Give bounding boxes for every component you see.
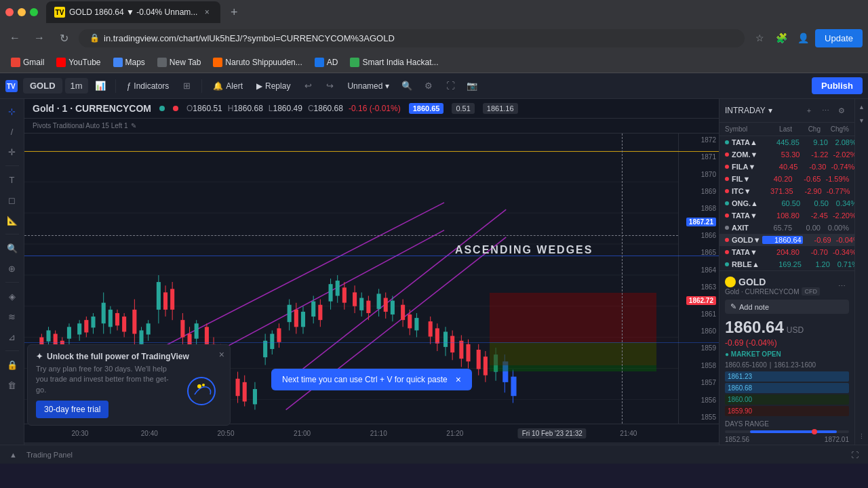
cursor-tool[interactable]: ⊹ (3, 102, 22, 121)
rp-title[interactable]: INTRADAY ▾ (725, 106, 772, 115)
dr-dot (812, 429, 817, 434)
trial-illustration (181, 371, 222, 411)
lock-icon[interactable]: 🔒 (3, 355, 22, 374)
watchlist-item-itc[interactable]: ITC▼ 371.35 -2.90 -0.77% (719, 185, 854, 197)
bookmark-naruto[interactable]: Naruto Shippuuden... (208, 55, 307, 70)
toast-close-btn[interactable]: × (456, 374, 461, 385)
gd-subtitle-text: Gold · CURRENCYCOM (725, 288, 799, 296)
price-display-row: 1860.64 USD (725, 318, 849, 337)
snapshot-icon[interactable]: 📷 (462, 77, 481, 96)
undo-icon[interactable]: ↩ (298, 77, 317, 96)
rp-more-icon[interactable]: ⋯ (818, 103, 833, 118)
gold-more-icon[interactable]: ⋯ (834, 279, 849, 293)
wi-symbol: ITC▼ (725, 187, 751, 195)
bookmark-smart[interactable]: Smart India Hackat... (344, 55, 443, 70)
draw-crosshair-icon[interactable]: ✛ (3, 142, 22, 161)
bookmark-gmail[interactable]: Gmail (5, 55, 50, 70)
watchlist-item-ong[interactable]: ONG.▲ 60.50 0.50 0.34% (719, 197, 854, 209)
wi-last: 40.45 (757, 163, 797, 171)
redo-icon[interactable]: ↪ (320, 77, 339, 96)
bookmark-ad[interactable]: AD (309, 55, 344, 70)
range-low-label: 1860.65-1600 (725, 361, 767, 369)
search-icon[interactable]: 🔍 (397, 77, 416, 96)
wi-chgp: 0.00% (822, 224, 849, 232)
watchlist-item-fila[interactable]: FILA▼ 40.45 -0.30 -0.74% (719, 161, 854, 173)
zoom-icon[interactable]: 🔍 (3, 239, 22, 258)
minimize-btn[interactable] (18, 8, 26, 16)
trial-content: Try any plan free for 30 days. We'll hel… (36, 364, 222, 418)
right-panel: INTRADAY ▾ + ⋯ ⚙ Symbol Last Chg Chg% TA… (719, 99, 854, 445)
watchlist-item-tata1[interactable]: TATA▲ 445.85 9.10 2.08% (719, 136, 854, 148)
replay-btn[interactable]: ▶ Replay (251, 79, 296, 94)
profile-icon[interactable]: 👤 (793, 28, 812, 47)
re-icon-2[interactable]: ▼ (856, 115, 867, 126)
rp-add-icon[interactable]: + (802, 103, 816, 118)
draw-line-icon[interactable]: / (3, 122, 22, 141)
watchlist-item-tata3[interactable]: TATA▼ 204.80 -0.70 -0.34% (719, 246, 854, 258)
publish-btn[interactable]: Publish (812, 77, 863, 94)
update-btn[interactable]: Update (815, 29, 863, 47)
indicator-edit-icon[interactable]: ✎ (131, 122, 136, 129)
bookmark-maps[interactable]: Maps (108, 55, 151, 70)
refresh-btn[interactable]: ↻ (54, 28, 73, 47)
trial-btn[interactable]: 30-day free trial (36, 401, 108, 418)
watchlist-item-rble[interactable]: RBLE▲ 169.25 1.20 0.71% (719, 258, 854, 270)
timeframe-selector[interactable]: 1m (65, 78, 88, 94)
svg-rect-110 (414, 318, 418, 330)
trash-icon[interactable]: 🗑 (3, 375, 22, 394)
shapes-icon[interactable]: ◻ (3, 190, 22, 209)
rp-settings-icon[interactable]: ⚙ (834, 103, 849, 118)
re-icon-3[interactable]: ⋮ (856, 431, 867, 442)
wi-chgp: 0.71% (831, 260, 854, 268)
fullscreen-icon[interactable]: ⛶ (441, 77, 460, 96)
watchlist-item-axit[interactable]: AXIT 65.75 0.00 0.00% (719, 222, 854, 234)
extensions-icon[interactable]: 🧩 (772, 28, 791, 47)
forward-btn[interactable]: → (30, 28, 49, 47)
alert-btn[interactable]: 🔔 Alert (208, 79, 248, 94)
close-btn[interactable] (5, 8, 14, 16)
wh-symbol: Symbol (725, 125, 750, 133)
re-icon-1[interactable]: ▲ (856, 102, 867, 113)
back-btn[interactable]: ← (5, 28, 24, 47)
new-tab-btn[interactable]: + (226, 4, 242, 20)
maximize-btn[interactable] (30, 8, 38, 16)
svg-rect-118 (450, 336, 454, 352)
pattern-icon[interactable]: ◈ (3, 287, 22, 306)
trial-close-btn[interactable]: × (219, 349, 224, 360)
star-icon[interactable]: ☆ (750, 28, 769, 47)
magnet-icon[interactable]: ⊕ (3, 259, 22, 278)
indicators-btn[interactable]: ƒ Indicators (121, 79, 175, 94)
bar-style-icon[interactable]: 📊 (91, 77, 110, 96)
ad-icon (315, 58, 324, 67)
unnamed-selector[interactable]: Unnamed ▾ (342, 79, 395, 94)
bookmark-youtube[interactable]: YouTube (51, 55, 106, 70)
ohlc-open: O1860.51 (186, 104, 222, 113)
watchlist-item-tata2[interactable]: TATA▼ 108.80 -2.45 -2.20% (719, 209, 854, 222)
svg-rect-82 (301, 312, 305, 327)
text-icon[interactable]: T (3, 170, 22, 189)
fib-icon[interactable]: ≋ (3, 307, 22, 326)
svg-rect-28 (84, 320, 88, 332)
wi-symbol: RBLE▲ (725, 260, 760, 268)
wi-last: 1860.64 (762, 236, 803, 244)
window-controls (5, 8, 38, 16)
watchlist-item-gold[interactable]: GOLD▼ 1860.64 -0.69 -0.04% (719, 234, 854, 246)
active-tab[interactable]: TV GOLD 1860.64 ▼ -0.04% Unnam... × (46, 1, 220, 23)
symbol-selector[interactable]: GOLD (23, 78, 62, 94)
measure-icon[interactable]: 📐 (3, 211, 22, 230)
bookmark-label: Smart India Hackat... (362, 58, 438, 67)
tab-close[interactable]: × (201, 7, 212, 18)
replay-icon: ▶ (256, 81, 262, 91)
settings-icon[interactable]: ⚙ (419, 77, 438, 96)
collapse-btn[interactable]: ⛶ (847, 449, 863, 460)
add-note-btn[interactable]: ✎ Add note (725, 300, 849, 314)
expand-panel-btn[interactable]: ▲ (5, 449, 21, 460)
templates-icon[interactable]: ⊞ (177, 77, 196, 96)
url-bar[interactable]: 🔒 in.tradingview.com/chart/wlUk5hEJ/?sym… (79, 29, 745, 47)
gd-cfd-badge: CFD (802, 287, 820, 296)
watchlist-item-zom[interactable]: ZOM.▼ 53.30 -1.22 -2.02% (719, 148, 854, 161)
watchlist-item-fil[interactable]: FIL▼ 40.20 -0.65 -1.59% (719, 173, 854, 185)
svg-rect-70 (253, 389, 257, 404)
bookmark-newtab[interactable]: New Tab (152, 55, 206, 70)
ruler-icon[interactable]: ⊿ (3, 327, 22, 346)
